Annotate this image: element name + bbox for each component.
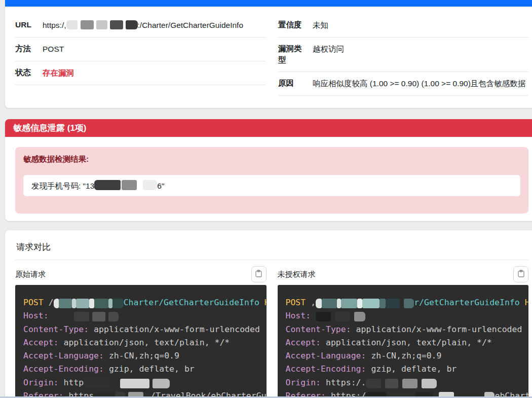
- redaction-blocks: [54, 299, 124, 307]
- request-compare-columns: 原始请求 POST /Charter/GetCharterGuideInfo H…: [15, 265, 528, 398]
- phone-finding-row: 发现手机号码: "136": [23, 175, 520, 196]
- vuln-report-page: 漏洞检测摘要 URL https:/,:/Charter/GetCharterG…: [0, 0, 532, 398]
- redaction-blocks: [316, 299, 414, 307]
- method-value: POST: [43, 43, 265, 55]
- redaction-blocks: [84, 379, 170, 387]
- method-label: 方法: [15, 43, 36, 55]
- code-line: POST ,r/GetCharterGuideInfo HTTP/: [286, 296, 529, 309]
- status-value-badge: 存在漏洞: [43, 67, 265, 79]
- field-row-method: 方法 POST: [15, 38, 265, 61]
- unauthorized-request-column: 未授权请求 POST ,r/GetCharterGuideInfo HTTP/H…: [278, 265, 529, 398]
- sensitive-leak-header: 敏感信息泄露 (1项): [5, 119, 532, 137]
- copy-original-request-button[interactable]: [251, 266, 267, 282]
- request-compare-heading: 请求对比: [15, 238, 528, 260]
- request-compare-card: 请求对比 原始请求 POST /Charter/GetCharterGuideI…: [5, 230, 532, 398]
- sensitive-leak-body: 敏感数据检测结果: 发现手机号码: "136": [5, 137, 532, 221]
- clipboard-icon: [518, 270, 524, 279]
- url-redaction-blocks: [66, 20, 138, 29]
- original-request-column: 原始请求 POST /Charter/GetCharterGuideInfo H…: [15, 265, 267, 398]
- field-row-vuln-type: 漏洞类型 越权访问: [278, 38, 528, 72]
- code-line: Accept-Encoding: gzip, deflate, br: [23, 363, 267, 376]
- code-line: POST /Charter/GetCharterGuideInfo HTTP/: [23, 296, 267, 309]
- copy-unauthorized-request-button[interactable]: [513, 266, 528, 282]
- url-value-suffix: :/Charter/GetCharterGuideInfo: [138, 21, 244, 29]
- code-line: Accept-Language: zh-CN,zh;q=0.9: [286, 349, 529, 363]
- unauthorized-request-label: 未授权请求: [278, 270, 316, 279]
- status-label: 状态: [15, 67, 36, 79]
- original-request-header: 原始请求: [15, 265, 267, 283]
- summary-body: URL https:/,:/Charter/GetCharterGuideInf…: [5, 7, 532, 108]
- reason-label: 原因: [278, 78, 307, 90]
- field-row-url: URL https:/,:/Charter/GetCharterGuideInf…: [15, 14, 265, 38]
- code-line: Accept-Language: zh-CN,zh;q=0.9: [23, 349, 267, 363]
- unauthorized-request-header: 未授权请求: [278, 265, 529, 283]
- reason-value: 响应相似度较高 (1.00 >= 0.90) (1.00 >= 0.90)且包含…: [313, 78, 528, 90]
- phone-finding-suffix: 6": [157, 182, 164, 190]
- field-row-reason: 原因 响应相似度较高 (1.00 >= 0.90) (1.00 >= 0.90)…: [278, 72, 528, 96]
- vuln-type-label: 漏洞类型: [278, 43, 307, 66]
- unauthorized-request-code[interactable]: POST ,r/GetCharterGuideInfo HTTP/Host: C…: [278, 285, 529, 398]
- url-value: https:/,:/Charter/GetCharterGuideInfo: [43, 19, 265, 31]
- summary-left-column: URL https:/,:/Charter/GetCharterGuideInf…: [15, 14, 265, 97]
- original-request-label: 原始请求: [15, 270, 46, 279]
- code-line: Content-Type: application/x-www-form-url…: [23, 323, 267, 336]
- confidence-value: 未知: [313, 19, 528, 31]
- phone-redaction-blocks: [94, 180, 157, 190]
- field-row-status: 状态 存在漏洞: [15, 61, 265, 85]
- clipboard-icon: [255, 270, 262, 279]
- code-line: Accept: application/json, text/plain, */…: [286, 336, 529, 349]
- code-line: Accept-Encoding: gzip, deflate, br: [286, 363, 529, 376]
- sensitive-leak-title: 敏感信息泄露 (1项): [13, 123, 87, 133]
- code-line: Host:: [286, 309, 529, 322]
- request-compare-body: 请求对比 原始请求 POST /Charter/GetCharterGuideI…: [5, 230, 532, 398]
- url-label: URL: [15, 19, 36, 31]
- url-value-prefix: https:/,: [43, 21, 66, 29]
- phone-finding-prefix: 发现手机号码: "13: [31, 182, 94, 190]
- sensitive-data-alert-title: 敏感数据检测结果:: [23, 154, 520, 165]
- code-line: Content-Type: application/x-www-form-url…: [286, 323, 529, 336]
- code-line: Origin: http: [23, 376, 267, 389]
- sensitive-leak-card: 敏感信息泄露 (1项) 敏感数据检测结果: 发现手机号码: "136": [5, 119, 532, 221]
- vuln-type-value: 越权访问: [313, 43, 528, 66]
- summary-card-header: 漏洞检测摘要: [5, 0, 532, 7]
- original-request-code[interactable]: POST /Charter/GetCharterGuideInfo HTTP/H…: [15, 285, 267, 398]
- redaction-blocks: [316, 312, 365, 320]
- code-line: Accept: application/json, text/plain, */…: [23, 336, 267, 349]
- summary-title: 漏洞检测摘要: [13, 0, 65, 1]
- confidence-label: 置信度: [278, 19, 307, 31]
- sensitive-data-alert: 敏感数据检测结果: 发现手机号码: "136": [15, 147, 528, 213]
- summary-right-column: 置信度 未知 漏洞类型 越权访问 原因 响应相似度较高 (1.00 >= 0.9…: [278, 14, 528, 97]
- redaction-blocks: [54, 312, 119, 320]
- code-line: Host:: [23, 309, 267, 322]
- field-row-confidence: 置信度 未知: [278, 14, 528, 38]
- code-line: Origin: https:/.: [286, 376, 529, 389]
- summary-card: 漏洞检测摘要 URL https:/,:/Charter/GetCharterG…: [5, 0, 532, 108]
- redaction-blocks: [366, 379, 437, 387]
